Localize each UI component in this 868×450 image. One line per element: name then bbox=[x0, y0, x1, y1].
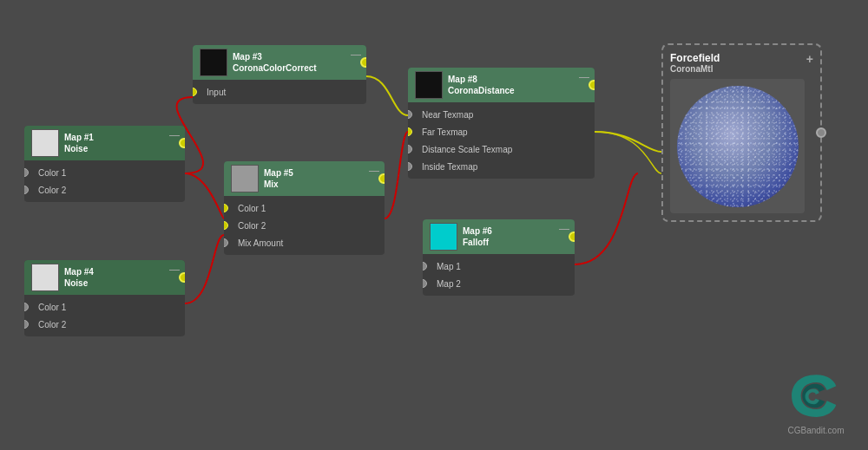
port-dot-map6-map1-left[interactable] bbox=[423, 262, 427, 271]
port-dot-inside-left[interactable] bbox=[408, 162, 412, 171]
node-map8-port-distance: Distance Scale Texmap bbox=[408, 140, 595, 158]
port-dot-mix-color1-left[interactable] bbox=[224, 204, 228, 212]
node-map5-port-mixamount: Mix Amount bbox=[224, 234, 385, 251]
node-map4: Map #4 Noise — Color 1 Color 2 bbox=[24, 260, 185, 336]
port-dot-mix-color2-left[interactable] bbox=[224, 221, 228, 230]
node-map6-minimize[interactable]: — bbox=[559, 223, 569, 235]
cgbandit-logo: CGBandit.com bbox=[777, 368, 855, 437]
node-map8-minimize[interactable]: — bbox=[579, 71, 589, 83]
forcefield-header: Forcefield CoronaMtl + bbox=[670, 52, 813, 74]
port-dot-near-left[interactable] bbox=[408, 110, 412, 119]
node-map1-thumb bbox=[31, 129, 59, 157]
node-map6-thumb bbox=[430, 223, 457, 251]
node-map3-thumb bbox=[200, 49, 227, 76]
forcefield-output-dot[interactable] bbox=[816, 127, 826, 138]
node-map6-header: Map #6 Falloff — bbox=[423, 219, 575, 254]
node-map8-header: Map #8 CoronaDistance — bbox=[408, 68, 595, 102]
node-map8: Map #8 CoronaDistance — Near Texmap Far … bbox=[408, 68, 595, 179]
node-map8-port-far: Far Texmap bbox=[408, 123, 595, 140]
node-map5-output-dot[interactable] bbox=[378, 173, 385, 184]
node-map8-port-near: Near Texmap bbox=[408, 106, 595, 123]
node-map5-header: Map #5 Mix — bbox=[224, 161, 385, 196]
cgbandit-logo-icon bbox=[788, 368, 845, 424]
node-map1-title: Map #1 Noise bbox=[64, 132, 94, 154]
port-dot-map4-color1-left[interactable] bbox=[24, 303, 29, 311]
node-map5-body: Color 1 Color 2 Mix Amount bbox=[224, 196, 385, 255]
node-map3-title: Map #3 CoronaColorCorrect bbox=[233, 51, 317, 74]
node-map6-body: Map 1 Map 2 bbox=[423, 254, 575, 296]
node-map6-title: Map #6 Falloff bbox=[463, 225, 492, 248]
node-map4-body: Color 1 Color 2 bbox=[24, 295, 185, 336]
node-map1-minimize[interactable]: — bbox=[169, 129, 180, 141]
port-dot-distance-left[interactable] bbox=[408, 145, 412, 153]
forcefield-add-icon[interactable]: + bbox=[806, 52, 813, 74]
node-map8-thumb bbox=[415, 71, 443, 99]
node-map1-port-color1: Color 1 bbox=[24, 164, 185, 181]
node-map3-header: Map #3 CoronaColorCorrect — bbox=[193, 45, 366, 80]
port-dot-far-left[interactable] bbox=[408, 127, 412, 136]
forcefield-title: Forcefield CoronaMtl bbox=[670, 52, 720, 74]
node-map3-body: Input bbox=[193, 80, 366, 104]
node-map8-body: Near Texmap Far Texmap Distance Scale Te… bbox=[408, 102, 595, 179]
node-map1-output-dot[interactable] bbox=[179, 138, 185, 148]
node-map1: Map #1 Noise — Color 1 Color 2 bbox=[24, 126, 185, 202]
node-map3-output-dot[interactable] bbox=[360, 57, 366, 68]
node-forcefield: Forcefield CoronaMtl + bbox=[661, 43, 822, 222]
node-map8-output-dot[interactable] bbox=[589, 80, 595, 90]
node-map1-header: Map #1 Noise — bbox=[24, 126, 185, 160]
node-map5-thumb bbox=[231, 165, 259, 192]
node-map3-port-input: Input bbox=[193, 83, 366, 101]
node-map5-title: Map #5 Mix bbox=[264, 167, 293, 190]
node-map1-port-color2: Color 2 bbox=[24, 181, 185, 199]
port-dot-color1-left[interactable] bbox=[24, 168, 29, 177]
forcefield-preview bbox=[670, 79, 805, 213]
port-dot-color2-left[interactable] bbox=[24, 186, 29, 194]
sphere-noise-overlay bbox=[677, 86, 799, 207]
node-map6-port-map1: Map 1 bbox=[423, 258, 575, 275]
node-map4-title: Map #4 Noise bbox=[64, 266, 94, 289]
port-dot-mixamount-left[interactable] bbox=[224, 238, 228, 247]
node-map4-port-color1: Color 1 bbox=[24, 298, 185, 316]
node-map5-port-color1: Color 1 bbox=[224, 199, 385, 217]
node-map4-thumb bbox=[31, 264, 59, 291]
node-map6-port-map2: Map 2 bbox=[423, 275, 575, 292]
port-dot-input-left[interactable] bbox=[193, 88, 197, 96]
node-map4-port-color2: Color 2 bbox=[24, 316, 185, 333]
node-map1-body: Color 1 Color 2 bbox=[24, 160, 185, 202]
sphere-preview bbox=[677, 86, 799, 207]
node-map4-minimize[interactable]: — bbox=[169, 264, 180, 276]
node-map6-output-dot[interactable] bbox=[569, 232, 575, 242]
node-map4-output-dot[interactable] bbox=[179, 272, 185, 283]
node-map8-port-inside: Inside Texmap bbox=[408, 158, 595, 175]
cgbandit-logo-text: CGBandit.com bbox=[787, 426, 844, 435]
node-map6: Map #6 Falloff — Map 1 Map 2 bbox=[423, 219, 575, 296]
node-map3: Map #3 CoronaColorCorrect — Input bbox=[193, 45, 366, 104]
port-dot-map4-color2-left[interactable] bbox=[24, 320, 29, 329]
node-map5-port-color2: Color 2 bbox=[224, 217, 385, 234]
node-map3-minimize[interactable]: — bbox=[351, 49, 361, 61]
node-map8-title: Map #8 CoronaDistance bbox=[448, 74, 515, 96]
port-dot-map6-map2-left[interactable] bbox=[423, 279, 427, 288]
node-map5: Map #5 Mix — Color 1 Color 2 Mix Amount bbox=[224, 161, 385, 255]
node-map4-header: Map #4 Noise — bbox=[24, 260, 185, 295]
node-map5-minimize[interactable]: — bbox=[369, 165, 379, 177]
